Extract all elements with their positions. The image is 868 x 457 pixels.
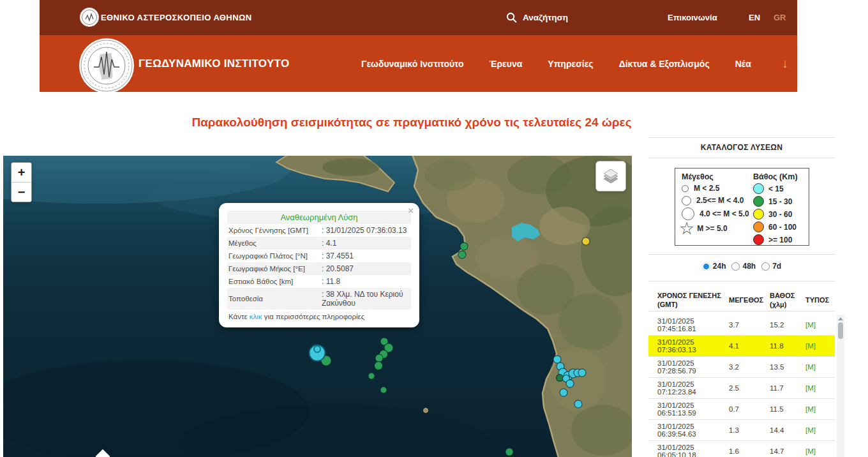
legend-depth-row: 15 - 30 [753, 196, 807, 207]
event-row[interactable]: 31/01/2025 06:39:54.63 1.3 14.4 [M] [648, 420, 835, 441]
contact-link[interactable]: Επικοινωνία [668, 0, 717, 35]
event-time: 31/01/2025 06:05:10.18 [657, 444, 729, 457]
popup-row: Χρόνος Γέννησης [GMT] : 31/01/2025 07:36… [227, 224, 411, 237]
institute-brand[interactable]: ΓΕΩΔΥΝΑΜΙΚΟ ΙΝΣΤΙΤΟΥΤΟ [138, 35, 289, 92]
event-depth: 13.5 [770, 363, 805, 371]
event-magnitude: 2.5 [729, 384, 770, 392]
nav-item[interactable]: Γεωδυναμικό Ινστιτούτο [361, 59, 464, 69]
depth-color-icon [753, 221, 764, 232]
event-magnitude: 3.2 [729, 363, 770, 371]
language-en-link[interactable]: EN [749, 0, 760, 35]
popup-row-label: Μέγεθος [228, 239, 318, 247]
layers-control-button[interactable] [595, 161, 626, 191]
map-marker[interactable] [374, 361, 383, 370]
magnitude-circle-icon [682, 207, 694, 220]
institute-seal-logo[interactable] [79, 38, 135, 94]
event-depth: 11.7 [770, 384, 805, 392]
map-marker[interactable] [460, 243, 468, 251]
search-button[interactable]: Αναζήτηση [506, 0, 568, 35]
map-marker[interactable] [380, 387, 387, 394]
nav-item[interactable]: Έρευνα [490, 59, 523, 69]
legend-box: Μέγεθος M < 2.5 2.5<= M < 4.0 4.0 <= M <… [675, 168, 809, 246]
page-title: Παρακολούθηση σεισμικότητας σε πραγματικ… [0, 116, 823, 130]
legend-magnitude-row: 4.0 <= M < 5.0 [682, 207, 749, 220]
popup-row: Μέγεθος : 4.1 [227, 237, 411, 250]
map-marker[interactable] [582, 237, 590, 246]
popup-row-value: : 11.8 [322, 277, 410, 286]
event-row[interactable]: 31/01/2025 07:28:56.79 3.2 13.5 [M] [648, 357, 835, 378]
event-depth: 11.5 [770, 405, 805, 413]
event-time: 31/01/2025 06:39:54.63 [657, 423, 729, 438]
range-option[interactable]: 48h [731, 262, 756, 271]
main-nav-items: Γεωδυναμικό Ινστιτούτο Έρευνα Υπηρεσίες … [361, 35, 788, 92]
nav-item[interactable]: Νέα [735, 59, 751, 69]
map-marker[interactable] [566, 380, 574, 388]
event-type: [M] [805, 363, 831, 371]
table-scrollbar[interactable] [837, 315, 844, 457]
map-marker[interactable] [578, 369, 587, 377]
radio-icon[interactable] [731, 262, 740, 271]
top-utility-bar: ΕΘΝΙΚΟ ΑΣΤΕΡΟΣΚΟΠΕΙΟ ΑΘΗΝΩΝ Αναζήτηση Επ… [40, 0, 797, 35]
popup-row-value: : 38 Χλμ. ΝΔ του Κεριού Ζακύνθου [322, 290, 410, 308]
legend-depth-row: 30 - 60 [753, 209, 807, 220]
zoom-out-button[interactable]: − [11, 182, 31, 202]
event-magnitude: 1.3 [729, 426, 770, 434]
map-marker[interactable] [505, 448, 514, 456]
zoom-in-button[interactable]: + [11, 163, 31, 182]
popup-row-label: Εστιακό Βάθος [km] [228, 278, 318, 285]
popup-row: Γεωγραφικό Πλάτος [°N] : 37.4551 [227, 250, 411, 262]
close-icon[interactable]: × [408, 205, 414, 216]
radio-icon[interactable] [702, 262, 710, 271]
popup-row-label: Χρόνος Γέννησης [GMT] [228, 227, 318, 234]
map-marker[interactable] [313, 345, 321, 353]
event-row[interactable]: 31/01/2025 07:12:23.84 2.5 11.7 [M] [648, 378, 835, 399]
site-header: ΕΘΝΙΚΟ ΑΣΤΕΡΟΣΚΟΠΕΙΟ ΑΘΗΝΩΝ Αναζήτηση Επ… [40, 0, 797, 92]
scroll-down-icon[interactable]: ↓ [782, 56, 788, 71]
event-depth: 14.4 [770, 426, 805, 434]
observatory-logo-icon[interactable] [79, 7, 100, 27]
map-marker[interactable] [368, 373, 375, 380]
popup-row-value: : 20.5087 [322, 264, 410, 273]
organization-name: ΕΘΝΙΚΟ ΑΣΤΕΡΟΣΚΟΠΕΙΟ ΑΘΗΝΩΝ [101, 0, 252, 35]
popup-row-value: : 4.1 [322, 239, 410, 248]
event-type: [M] [805, 405, 831, 413]
event-depth: 15.2 [770, 321, 805, 329]
event-time: 31/01/2025 07:28:56.79 [657, 359, 729, 375]
scrollbar-thumb[interactable] [838, 322, 843, 339]
range-option[interactable]: 7d [761, 262, 781, 271]
nav-item[interactable]: Υπηρεσίες [548, 59, 593, 69]
layers-icon [602, 167, 620, 185]
event-row[interactable]: 31/01/2025 06:05:10.18 1.6 14.7 [M] [648, 441, 835, 457]
scrollbar-up-icon[interactable] [838, 317, 843, 320]
legend-magnitude-title: Μέγεθος [682, 172, 749, 181]
legend-magnitude-row: M < 2.5 [682, 183, 749, 193]
divider [648, 281, 835, 281]
event-row[interactable]: 31/01/2025 06:51:13.59 0.7 11.5 [M] [648, 399, 835, 420]
event-type: [M] [805, 384, 831, 392]
event-row[interactable]: 31/01/2025 07:45:16.81 3.7 15.2 [M] [648, 315, 835, 336]
event-depth: 14.7 [770, 447, 805, 455]
events-table: 31/01/2025 07:45:16.81 3.7 15.2 [M] 31/0… [648, 315, 835, 457]
legend-depth-row: >= 100 [753, 234, 807, 245]
event-row[interactable]: 31/01/2025 07:36:03.13 4.1 11.8 [M] [648, 336, 835, 357]
nav-item[interactable]: Δίκτυα & Εξοπλισμός [619, 59, 710, 69]
map-marker[interactable] [458, 251, 467, 259]
event-time: 31/01/2025 07:36:03.13 [657, 338, 729, 354]
more-info-link[interactable]: κλικ [250, 313, 262, 320]
event-magnitude: 1.6 [729, 447, 770, 455]
depth-color-icon [753, 196, 764, 207]
event-magnitude: 3.7 [729, 321, 770, 329]
event-type: [M] [805, 342, 831, 350]
divider [648, 137, 835, 138]
legend-magnitude-row: 2.5<= M < 4.0 [682, 195, 749, 206]
map-marker[interactable] [574, 400, 583, 408]
radio-icon[interactable] [761, 262, 770, 271]
map-marker[interactable] [560, 389, 568, 397]
events-table-header-cell: ΧΡΟΝΟΣ ΓΕΝΕΣΗΣ (GMT) [657, 292, 729, 310]
popup-table: Χρόνος Γέννησης [GMT] : 31/01/2025 07:36… [227, 224, 411, 310]
legend-depth-title: Βάθος (Km) [753, 172, 807, 181]
range-option[interactable]: 24h [702, 262, 726, 271]
language-gr-link[interactable]: GR [774, 0, 786, 35]
event-type: [M] [805, 426, 831, 434]
seismicity-map[interactable]: + − × Αναθεωρημένη Λύση Χρόνος Γέννησης … [3, 156, 632, 457]
